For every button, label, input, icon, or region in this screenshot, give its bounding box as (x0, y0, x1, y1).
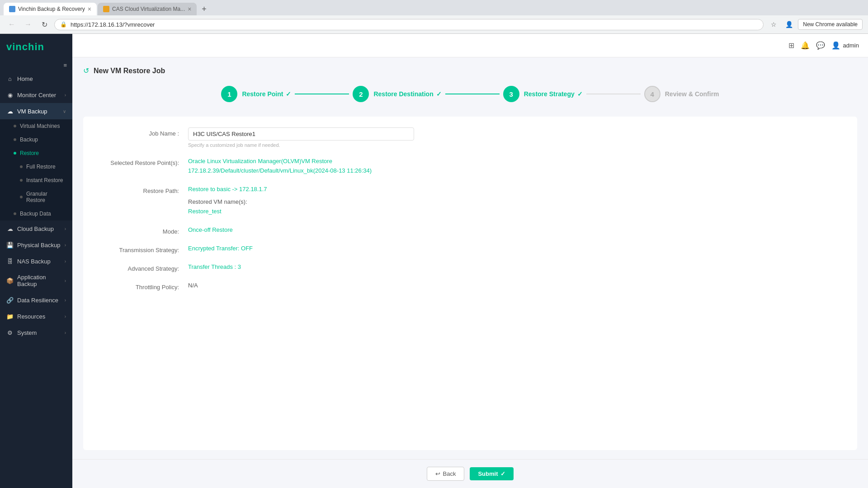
monitor-chevron: › (65, 93, 66, 98)
transmission-text: Encrypted Transfer: OFF (188, 244, 843, 253)
user-label: admin (843, 42, 859, 49)
tab-cas-close[interactable]: × (188, 5, 191, 13)
resources-icon: 📁 (6, 313, 14, 320)
profile-button[interactable]: 👤 (783, 18, 795, 31)
physical-chevron: › (65, 243, 66, 248)
tab-vinchin[interactable]: Vinchin Backup & Recovery × (4, 3, 97, 15)
reload-button[interactable]: ↻ (38, 18, 51, 31)
logo-text: vinchin (6, 41, 44, 53)
forward-nav-button[interactable]: → (22, 18, 34, 31)
cloud-chevron: › (65, 226, 66, 231)
connector-2-3 (445, 94, 500, 94)
step-4-label: Review & Confirm (665, 90, 719, 98)
transmission-label: Transmission Strategy: (98, 244, 188, 253)
chrome-update-button[interactable]: New Chrome available (798, 19, 863, 30)
sidebar-cloud-label: Cloud Backup (17, 225, 61, 232)
tab-vinchin-close[interactable]: × (88, 5, 91, 13)
job-name-value: Specify a customized job name if needed. (188, 127, 843, 148)
backup-label: Backup (20, 136, 38, 143)
tab-cas[interactable]: CAS Cloud Virtualization Ma... × (98, 3, 197, 15)
grid-icon[interactable]: ⊞ (788, 41, 794, 50)
restore-points-row: Selected Restore Point(s): Oracle Linux … (98, 157, 843, 176)
sidebar-dataresilience-label: Data Resilience (17, 297, 61, 304)
top-nav: ⊞ 🔔 💬 👤 admin (72, 34, 868, 57)
sidebar-item-dataresilience[interactable]: 🔗 Data Resilience › (0, 292, 72, 308)
step-3-check: ✓ (577, 90, 583, 98)
sidebar-toggle[interactable]: ≡ (0, 60, 72, 70)
sidebar-item-cloud[interactable]: ☁ Cloud Backup › (0, 221, 72, 237)
dataresilience-chevron: › (65, 298, 66, 303)
advanced-text: Transfer Threads : 3 (188, 263, 843, 272)
sidebar-sub-virtual-machines[interactable]: Virtual Machines (0, 119, 72, 133)
sidebar-item-application[interactable]: 📦 Application Backup › (0, 269, 72, 292)
cas-favicon (103, 6, 109, 12)
sidebar-sub-granular-restore[interactable]: Granular Restore (0, 187, 72, 207)
transmission-value: Encrypted Transfer: OFF (188, 244, 843, 253)
sidebar-item-home[interactable]: ⌂ Home (0, 70, 72, 87)
back-icon: ↩ (435, 470, 440, 477)
footer-actions: ↩ Back Submit ✓ (72, 459, 868, 488)
sidebar-item-physical[interactable]: 💾 Physical Backup › (0, 237, 72, 253)
full-restore-label: Full Restore (26, 164, 56, 170)
throttling-label: Throttling Policy: (98, 281, 188, 291)
page-header: ↺ New VM Restore Job (83, 66, 857, 75)
chat-icon[interactable]: 💬 (816, 41, 825, 50)
toggle-icon: ≡ (63, 62, 67, 69)
sidebar-sub-instant-restore[interactable]: Instant Restore (0, 174, 72, 187)
step-2-circle: 2 (353, 86, 369, 102)
sidebar-monitor-label: Monitor Center (17, 92, 61, 99)
job-name-input[interactable] (188, 127, 414, 141)
user-menu[interactable]: 👤 admin (831, 41, 859, 50)
submit-button[interactable]: Submit ✓ (470, 467, 514, 480)
restored-vm-value: Restore_test (188, 207, 843, 216)
restored-vm-label-inline: Restored VM name(s): (188, 198, 247, 205)
sidebar: vinchin ≡ ⌂ Home ◉ Monitor Center › ☁ VM… (0, 34, 72, 488)
new-tab-button[interactable]: + (198, 3, 210, 15)
sidebar-nas-label: NAS Backup (17, 258, 61, 265)
toolbar-actions: ☆ 👤 New Chrome available (767, 18, 863, 31)
throttling-text: N/A (188, 281, 843, 291)
sidebar-item-vmbackup[interactable]: ☁ VM Backup ∨ (0, 103, 72, 119)
bookmark-button[interactable]: ☆ (767, 18, 780, 31)
vmbackup-icon: ☁ (6, 108, 14, 115)
back-nav-button[interactable]: ← (5, 18, 18, 31)
review-form: Job Name : Specify a customized job name… (83, 117, 857, 450)
advanced-row: Advanced Strategy: Transfer Threads : 3 (98, 263, 843, 272)
sidebar-sub-backup[interactable]: Backup (0, 133, 72, 146)
restore-label: Restore (20, 150, 39, 156)
sidebar-physical-label: Physical Backup (17, 242, 61, 249)
sidebar-item-nas[interactable]: 🗄 NAS Backup › (0, 253, 72, 269)
restore-points-value: Oracle Linux Virtualization Manager(OLVM… (188, 157, 843, 176)
sidebar-resources-label: Resources (17, 313, 61, 320)
bell-icon[interactable]: 🔔 (801, 41, 810, 50)
sidebar-item-system[interactable]: ⚙ System › (0, 324, 72, 341)
mode-text: Once-off Restore (188, 225, 843, 235)
dataresilience-icon: 🔗 (6, 296, 14, 304)
step-1-label: Restore Point ✓ (242, 90, 291, 98)
sidebar-application-label: Application Backup (17, 274, 61, 287)
sidebar-home-label: Home (17, 75, 66, 82)
cloud-icon: ☁ (6, 225, 14, 232)
restore-path-text: Restore to basic -> 172.18.1.7 (188, 185, 843, 194)
restore-path-row: Restore Path: Restore to basic -> 172.18… (98, 185, 843, 216)
connector-3-4 (586, 94, 641, 94)
sidebar-sub-backup-data[interactable]: Backup Data (0, 207, 72, 221)
lock-icon: 🔒 (60, 21, 67, 28)
backup-data-label: Backup Data (20, 211, 51, 217)
wizard-steps: 1 Restore Point ✓ 2 Restore Destination (83, 86, 857, 102)
sidebar-system-label: System (17, 329, 61, 336)
back-button[interactable]: ↩ Back (427, 467, 465, 481)
sidebar-item-resources[interactable]: 📁 Resources › (0, 308, 72, 324)
virtual-machines-label: Virtual Machines (20, 123, 60, 129)
sidebar-sub-restore[interactable]: Restore (0, 146, 72, 160)
throttling-value: N/A (188, 281, 843, 291)
step-3-number: 3 (509, 90, 513, 98)
step-4-number: 4 (651, 90, 654, 98)
app-layout: vinchin ≡ ⌂ Home ◉ Monitor Center › ☁ VM… (0, 34, 868, 488)
step-3-label: Restore Strategy ✓ (524, 90, 583, 98)
sidebar-item-monitor[interactable]: ◉ Monitor Center › (0, 87, 72, 103)
browser-toolbar: ← → ↻ 🔒 https://172.18.16.13/?vmrecover … (0, 15, 868, 34)
sidebar-sub-full-restore[interactable]: Full Restore (0, 160, 72, 174)
tab-vinchin-title: Vinchin Backup & Recovery (18, 6, 85, 12)
address-bar[interactable]: 🔒 https://172.18.16.13/?vmrecover (54, 19, 764, 30)
